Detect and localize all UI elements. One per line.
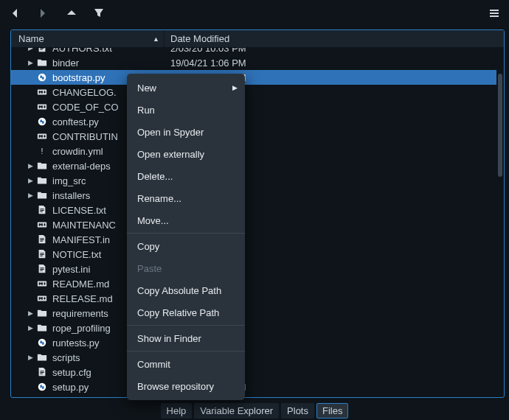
- tab[interactable]: Files: [316, 403, 348, 419]
- column-header-name[interactable]: Name ▲: [11, 30, 165, 47]
- md-icon: [36, 278, 48, 290]
- table-row[interactable]: CONTRIBUTINM: [11, 129, 496, 144]
- file-icon: [36, 48, 48, 54]
- table-row[interactable]: ▶img_srcM: [11, 173, 496, 188]
- context-menu-item[interactable]: Copy Absolute Path: [127, 279, 245, 301]
- column-header-row: Name ▲ Date Modified: [11, 30, 504, 48]
- scrollbar[interactable]: [498, 48, 502, 396]
- table-row[interactable]: LICENSE.txtM: [11, 203, 496, 217]
- context-menu-item-label: Move...: [137, 215, 169, 226]
- folder-icon: [36, 189, 48, 201]
- file-name-label: binder: [52, 57, 165, 69]
- md-icon: [36, 219, 48, 231]
- file-icon: [36, 204, 48, 216]
- context-menu-separator: [127, 325, 245, 326]
- context-menu: New▶RunOpen in SpyderOpen externallyDele…: [127, 74, 245, 400]
- context-menu-item[interactable]: Rename...: [127, 187, 245, 209]
- context-menu-item[interactable]: Copy Relative Path: [127, 301, 245, 323]
- column-date-label: Date Modified: [170, 33, 229, 44]
- table-row[interactable]: ▶spyder: [11, 394, 496, 397]
- md-icon: [36, 86, 48, 98]
- context-menu-item[interactable]: Copy: [127, 235, 245, 257]
- table-row[interactable]: README.mdM: [11, 276, 496, 291]
- table-row[interactable]: MANIFEST.inM: [11, 232, 496, 247]
- filter-button[interactable]: [91, 5, 106, 20]
- column-header-date[interactable]: Date Modified: [165, 33, 229, 44]
- context-menu-item[interactable]: Move...: [127, 209, 245, 231]
- md-icon: [36, 101, 48, 113]
- context-menu-item-label: Delete...: [137, 171, 173, 182]
- table-row[interactable]: MAINTENANC: [11, 217, 496, 232]
- context-menu-item[interactable]: Open in Spyder: [127, 121, 245, 143]
- table-row[interactable]: ▶rope_profiling: [11, 321, 496, 335]
- folder-icon: [36, 322, 48, 334]
- table-row[interactable]: RELEASE.mdM: [11, 291, 496, 306]
- table-row[interactable]: ▶scripts: [11, 350, 496, 365]
- context-menu-separator: [127, 233, 245, 234]
- table-row[interactable]: ▶binder19/04/21 1:06 PM: [11, 55, 496, 70]
- file-list: ▶AUTHORS.txt2/03/20 10.03 PM▶binder19/04…: [11, 48, 496, 397]
- table-row[interactable]: conftest.pyM: [11, 114, 496, 129]
- table-row[interactable]: setup.cfg: [11, 365, 496, 379]
- context-menu-separator: [127, 351, 245, 351]
- tab[interactable]: Variable Explorer: [194, 403, 279, 419]
- file-name-label: AUTHORS.txt: [52, 48, 165, 54]
- scrollbar-thumb[interactable]: [498, 74, 502, 177]
- table-row[interactable]: NOTICE.txtM: [11, 247, 496, 262]
- table-row[interactable]: runtests.pyM: [11, 335, 496, 350]
- tab[interactable]: Help: [161, 403, 193, 419]
- context-menu-item-label: Copy: [137, 241, 159, 252]
- folder-icon: [36, 175, 48, 186]
- expander-icon[interactable]: ▶: [26, 48, 35, 52]
- submenu-indicator-icon: ▶: [232, 84, 238, 91]
- context-menu-item[interactable]: Commit: [127, 353, 245, 375]
- context-menu-item-label: New: [137, 83, 156, 94]
- context-menu-item[interactable]: Browse repository: [127, 375, 245, 397]
- python-icon: [36, 381, 48, 393]
- folder-icon: [36, 160, 48, 172]
- expander-icon[interactable]: ▶: [26, 354, 35, 361]
- back-button[interactable]: [7, 5, 22, 20]
- table-row[interactable]: CODE_OF_COM: [11, 99, 496, 114]
- expander-icon[interactable]: ▶: [26, 192, 35, 199]
- toolbar: [0, 0, 509, 25]
- python-icon: [36, 116, 48, 127]
- expander-icon[interactable]: ▶: [26, 177, 35, 184]
- table-row[interactable]: crowdin.ymlM: [11, 144, 496, 158]
- table-row[interactable]: ▶installers: [11, 188, 496, 203]
- table-row[interactable]: setup.py19/04/21 1.00 PM: [11, 379, 496, 394]
- file-icon: [36, 248, 48, 260]
- up-button[interactable]: [63, 5, 78, 20]
- warn-icon: [36, 145, 48, 157]
- context-menu-item[interactable]: Delete...: [127, 165, 245, 187]
- name-cell: ▶binder: [11, 57, 165, 69]
- expander-icon[interactable]: ▶: [26, 324, 35, 332]
- table-row[interactable]: bootstrap.py19/04/21 1.00 PM: [11, 70, 496, 85]
- table-row[interactable]: ▶AUTHORS.txt2/03/20 10.03 PM: [11, 48, 496, 55]
- context-menu-item[interactable]: Show in Finder: [127, 327, 245, 349]
- context-menu-item[interactable]: Run: [127, 99, 245, 121]
- expander-icon[interactable]: ▶: [26, 162, 35, 169]
- bottom-tabs: HelpVariable ExplorerPlotsFiles: [0, 401, 509, 420]
- table-row[interactable]: ▶external-depsM: [11, 158, 496, 173]
- context-menu-item-label: Run: [137, 105, 155, 116]
- file-icon: [36, 366, 48, 378]
- context-menu-item: Paste: [127, 257, 245, 279]
- expander-icon[interactable]: ▶: [26, 309, 35, 317]
- context-menu-item[interactable]: Open externally: [127, 143, 245, 165]
- context-menu-item-label: Show in Finder: [137, 333, 201, 344]
- expander-icon[interactable]: ▶: [26, 59, 35, 66]
- context-menu-item-label: Paste: [137, 263, 162, 274]
- sort-asc-icon: ▲: [153, 35, 159, 43]
- table-row[interactable]: ▶requirements: [11, 306, 496, 321]
- table-row[interactable]: pytest.iniM: [11, 262, 496, 276]
- table-row[interactable]: CHANGELOG.M: [11, 85, 496, 99]
- date-modified-label: 19/04/21 1:06 PM: [165, 57, 246, 69]
- hamburger-menu-button[interactable]: [487, 5, 502, 20]
- folder-icon: [36, 57, 48, 69]
- context-menu-item-label: Browse repository: [137, 381, 214, 392]
- tab[interactable]: Plots: [281, 403, 314, 419]
- forward-button[interactable]: [35, 5, 50, 20]
- file-icon: [36, 263, 48, 275]
- context-menu-item[interactable]: New▶: [127, 77, 245, 99]
